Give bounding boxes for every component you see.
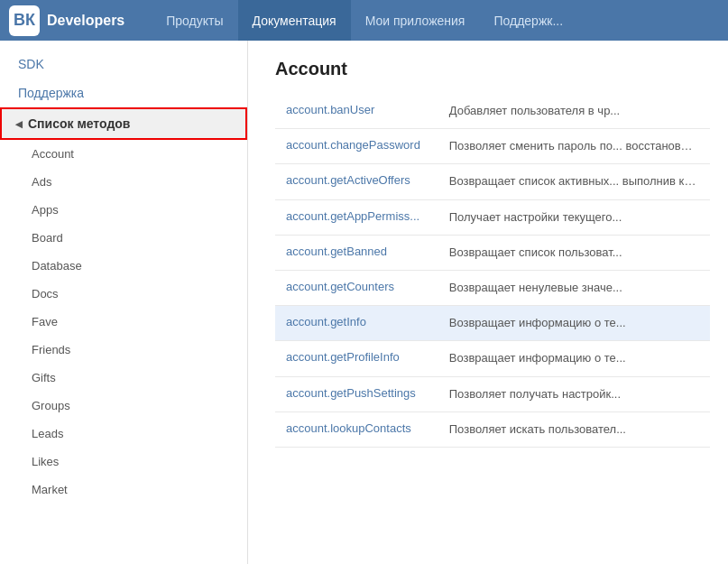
sidebar-item-board[interactable]: Board (0, 224, 247, 252)
brand-name: Developers (47, 13, 124, 29)
method-name[interactable]: account.getAppPermiss... (275, 199, 438, 235)
table-row: account.changePassword Позволяет сменить… (275, 129, 710, 164)
sidebar-item-leads[interactable]: Leads (0, 420, 247, 448)
sidebar-item-support[interactable]: Поддержка (0, 79, 247, 107)
sidebar-item-docs[interactable]: Docs (0, 280, 247, 308)
nav-links: Продукты Документация Мои приложения Под… (152, 0, 728, 41)
sidebar-section-title[interactable]: Список методов (0, 107, 247, 140)
nav-link-products[interactable]: Продукты (152, 0, 237, 41)
page-title: Account (275, 59, 710, 79)
method-desc: Возвращает список активных... выполнив к… (438, 164, 710, 199)
sidebar: SDK Поддержка Список методов Account Ads… (0, 41, 248, 564)
method-desc: Добавляет пользователя в чр... (438, 94, 710, 129)
table-row: account.getBanned Возвращает список поль… (275, 235, 710, 270)
method-desc: Получает настройки текущего... (438, 199, 710, 235)
sidebar-item-database[interactable]: Database (0, 252, 247, 280)
method-desc: Возвращает информацию о те... (438, 306, 710, 341)
main-layout: SDK Поддержка Список методов Account Ads… (0, 41, 728, 564)
sidebar-item-likes[interactable]: Likes (0, 448, 247, 476)
method-name[interactable]: account.getActiveOffers (275, 164, 438, 199)
method-desc: Возвращает информацию о те... (438, 341, 710, 376)
method-desc: Позволяет получать настройк... (438, 376, 710, 411)
method-name[interactable]: account.getCounters (275, 270, 438, 305)
table-row: account.banUser Добавляет пользователя в… (275, 94, 710, 129)
table-row: account.getActiveOffers Возвращает списо… (275, 164, 710, 199)
method-name[interactable]: account.getPushSettings (275, 376, 438, 411)
method-desc: Возвращает список пользоват... (438, 235, 710, 270)
method-desc: Позволяет сменить пароль по... восстанов… (438, 129, 710, 164)
sidebar-item-account[interactable]: Account (0, 140, 247, 168)
nav-link-docs[interactable]: Документация (238, 0, 351, 41)
method-name[interactable]: account.getProfileInfo (275, 341, 438, 376)
method-name[interactable]: account.banUser (275, 94, 438, 129)
method-name[interactable]: account.getInfo (275, 306, 438, 341)
vk-icon: ВК (9, 5, 40, 36)
sidebar-item-apps[interactable]: Apps (0, 196, 247, 224)
sidebar-item-friends[interactable]: Friends (0, 336, 247, 364)
method-desc: Позволяет искать пользовател... (438, 411, 710, 447)
content-area: Account account.banUser Добавляет пользо… (248, 41, 728, 564)
table-row: account.lookupContacts Позволяет искать … (275, 411, 710, 447)
sidebar-item-groups[interactable]: Groups (0, 392, 247, 420)
method-name[interactable]: account.changePassword (275, 129, 438, 164)
methods-table: account.banUser Добавляет пользователя в… (275, 94, 710, 448)
table-row: account.getCounters Возвращает ненулевые… (275, 270, 710, 305)
sidebar-item-fave[interactable]: Fave (0, 308, 247, 336)
method-desc: Возвращает ненулевые значе... (438, 270, 710, 305)
sidebar-item-market[interactable]: Market (0, 476, 247, 504)
top-navigation: ВК Developers Продукты Документация Мои … (0, 0, 728, 41)
method-name[interactable]: account.getBanned (275, 235, 438, 270)
method-name[interactable]: account.lookupContacts (275, 411, 438, 447)
brand-logo[interactable]: ВК Developers (9, 5, 124, 36)
sidebar-item-sdk[interactable]: SDK (0, 50, 247, 79)
sidebar-item-gifts[interactable]: Gifts (0, 364, 247, 392)
nav-link-support[interactable]: Поддержк... (479, 0, 577, 41)
table-row: account.getPushSettings Позволяет получа… (275, 376, 710, 411)
table-row: account.getInfo Возвращает информацию о … (275, 306, 710, 341)
table-row: account.getAppPermiss... Получает настро… (275, 199, 710, 235)
nav-link-apps[interactable]: Мои приложения (351, 0, 480, 41)
sidebar-item-ads[interactable]: Ads (0, 168, 247, 196)
table-row: account.getProfileInfo Возвращает информ… (275, 341, 710, 376)
